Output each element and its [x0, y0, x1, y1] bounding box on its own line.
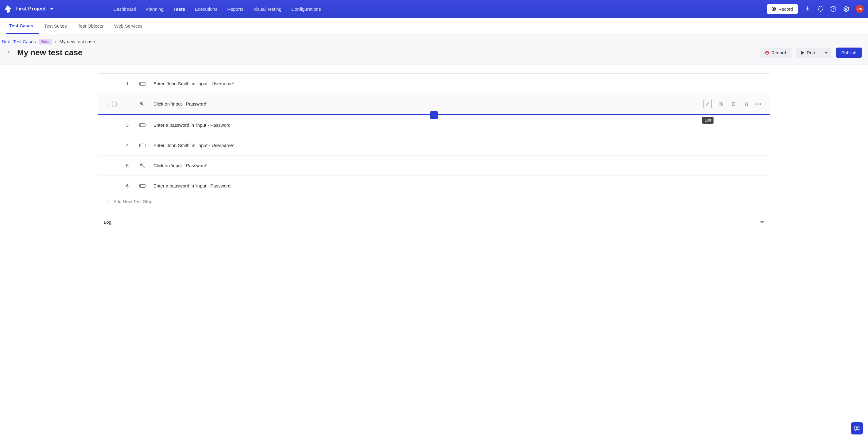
nav-item-tests[interactable]: Tests — [169, 4, 189, 14]
help-fab[interactable]: ? — [851, 422, 863, 435]
run-button-label: Run — [807, 50, 815, 55]
chevron-down-icon — [50, 8, 54, 10]
bell-icon[interactable] — [817, 5, 824, 12]
nav-item-reports[interactable]: Reports — [223, 4, 248, 14]
step-text: Click on 'input - Password' — [153, 163, 207, 168]
step-number: 4 — [124, 143, 131, 148]
nav-item-configurations[interactable]: Configurations — [287, 4, 326, 14]
step-text: Enter a password in 'input - Password' — [153, 122, 231, 128]
chevron-down-icon — [825, 52, 828, 54]
top-navbar: First Project DashboardPlanningTestsExec… — [0, 0, 868, 18]
breadcrumb-separator: / — [55, 39, 56, 44]
step-row[interactable]: ⋮⋮3Enter a password in 'input - Password… — [98, 115, 770, 135]
input-icon — [136, 143, 149, 148]
paste-step-button[interactable] — [729, 100, 738, 108]
publish-button[interactable]: Publish — [836, 48, 862, 58]
steps-card: ⋮⋮1Enter 'John Smith' in 'input - Userna… — [98, 73, 770, 209]
svg-rect-5 — [720, 103, 722, 105]
breadcrumb-current: My new test case — [60, 39, 95, 44]
svg-text:?: ? — [856, 427, 858, 429]
history-icon[interactable] — [830, 5, 837, 12]
add-new-step-button[interactable]: +Add New Test Step — [98, 196, 770, 209]
step-row-actions: Edit••• — [704, 100, 762, 108]
copy-step-button[interactable] — [716, 100, 725, 108]
app-logo-icon — [4, 5, 12, 13]
run-button[interactable]: Run — [796, 48, 821, 58]
title-actions: Record Run Publish — [760, 48, 862, 58]
page-title: My new test case — [17, 48, 82, 57]
click-icon — [136, 101, 149, 107]
tab-web-services[interactable]: Web Services — [108, 18, 148, 34]
log-panel[interactable]: Log — [98, 215, 770, 229]
avatar-initials: RA — [858, 7, 862, 11]
main-content: ⋮⋮1Enter 'John Smith' in 'input - Userna… — [0, 65, 868, 229]
avatar[interactable]: RA — [856, 5, 864, 13]
step-text: Enter 'John Smith' in 'input - Username' — [153, 81, 234, 86]
click-icon — [136, 163, 149, 169]
step-number: 6 — [124, 183, 131, 188]
step-row[interactable]: ⋮⋮6Enter a password in 'input - Password… — [98, 176, 770, 196]
record-button-label: Record — [771, 50, 786, 55]
nav-item-executions[interactable]: Executions — [191, 4, 222, 14]
step-text: Enter a password in 'input - Password' — [153, 183, 231, 188]
svg-point-14 — [141, 164, 142, 165]
step-text: Click on 'input - Password' — [153, 101, 207, 106]
record-dot-icon — [765, 51, 769, 55]
tab-test-cases[interactable]: Test Cases — [6, 18, 39, 34]
tab-test-suites[interactable]: Test Suites — [39, 18, 72, 34]
breadcrumb: Draft Test Cases Beta / My new test case — [2, 39, 862, 44]
nav-item-visual-testing[interactable]: Visual Testing — [249, 4, 286, 14]
input-icon — [136, 81, 149, 86]
download-icon[interactable] — [804, 5, 811, 12]
beta-badge: Beta — [39, 39, 52, 44]
sub-navbar: Test CasesTest SuitesTest ObjectsWeb Ser… — [0, 18, 868, 34]
project-name: First Project — [16, 6, 46, 12]
run-button-group: Run — [796, 48, 832, 58]
chevron-down-icon — [760, 221, 764, 223]
step-text: Enter 'John Smith' in 'input - Username' — [153, 143, 234, 148]
step-checkbox[interactable] — [112, 101, 117, 106]
step-row[interactable]: ⋮⋮5Click on 'input - Password' — [98, 156, 770, 176]
project-selector[interactable]: First Project — [16, 6, 54, 12]
step-row[interactable]: ⋮⋮4Enter 'John Smith' in 'input - Userna… — [98, 135, 770, 156]
svg-point-4 — [141, 103, 142, 104]
step-number: 5 — [124, 163, 131, 168]
step-number: 3 — [124, 122, 131, 128]
record-label: Record — [778, 6, 793, 12]
page-header: Draft Test Cases Beta / My new test case… — [0, 34, 868, 65]
drag-handle-icon[interactable]: ⋮⋮ — [106, 101, 110, 106]
record-button-top[interactable]: Record — [767, 4, 798, 14]
add-new-step-label: Add New Test Step — [113, 199, 152, 204]
nav-item-dashboard[interactable]: Dashboard — [109, 4, 140, 14]
step-row[interactable]: ⋮⋮1Enter 'John Smith' in 'input - Userna… — [98, 74, 770, 94]
delete-step-button[interactable] — [742, 100, 751, 108]
play-icon — [801, 51, 804, 55]
log-label: Log — [104, 219, 112, 225]
main-nav: DashboardPlanningTestsExecutionsReportsV… — [109, 4, 326, 14]
tab-test-objects[interactable]: Test Objects — [72, 18, 108, 34]
run-dropdown-button[interactable] — [821, 48, 832, 58]
back-arrow-icon[interactable] — [6, 49, 13, 56]
input-icon — [136, 123, 149, 128]
breadcrumb-draft-link[interactable]: Draft Test Cases — [2, 39, 36, 44]
gear-icon[interactable] — [843, 5, 849, 12]
publish-button-label: Publish — [841, 50, 856, 55]
plus-icon: + — [107, 198, 110, 204]
input-icon — [136, 184, 149, 188]
svg-rect-6 — [719, 102, 722, 105]
record-button[interactable]: Record — [760, 48, 792, 58]
step-number: 1 — [124, 81, 131, 86]
edit-step-button[interactable] — [704, 100, 712, 108]
more-actions-button[interactable]: ••• — [755, 101, 762, 106]
record-dot-icon — [772, 7, 776, 11]
svg-point-0 — [845, 8, 847, 10]
nav-item-planning[interactable]: Planning — [142, 4, 168, 14]
